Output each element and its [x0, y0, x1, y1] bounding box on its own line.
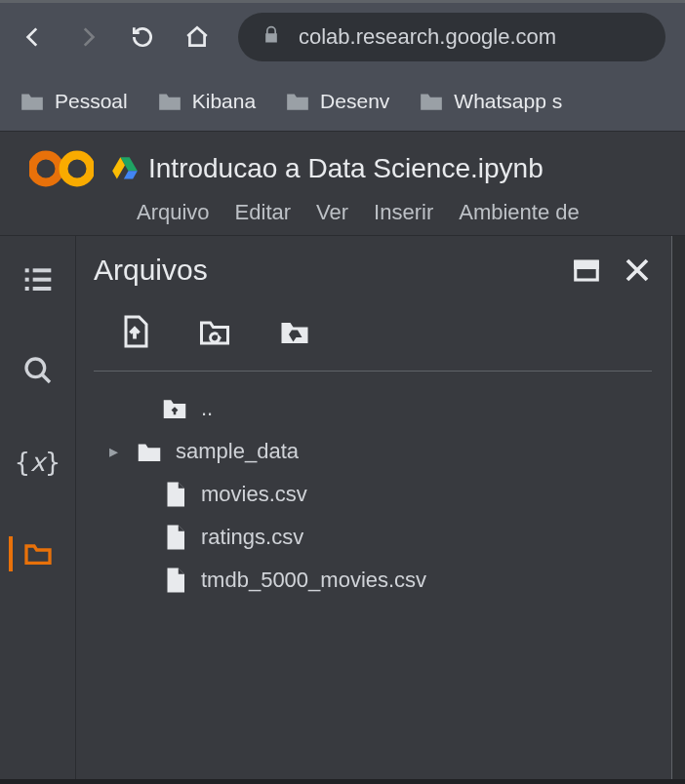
- file-label: sample_data: [176, 439, 299, 464]
- menu-inserir[interactable]: Inserir: [374, 200, 433, 225]
- bookmark-desenv[interactable]: Desenv: [285, 90, 389, 113]
- svg-rect-6: [24, 287, 28, 291]
- file-label: ratings.csv: [201, 525, 303, 550]
- notebook-title[interactable]: Introducao a Data Science.ipynb: [148, 153, 544, 184]
- refresh-folder-button[interactable]: [197, 314, 232, 353]
- editor-edge: [671, 236, 685, 779]
- files-tab[interactable]: [9, 536, 56, 571]
- left-rail: {x}: [0, 236, 76, 779]
- files-toolbar: [94, 314, 652, 372]
- menu-editar[interactable]: Editar: [235, 200, 291, 225]
- menu-ver[interactable]: Ver: [316, 200, 348, 225]
- notebook-title-row: Introducao a Data Science.ipynb: [111, 153, 544, 184]
- svg-rect-4: [24, 278, 28, 282]
- lock-icon: [262, 25, 281, 49]
- svg-rect-2: [24, 268, 28, 272]
- url-text: colab.research.google.com: [299, 24, 556, 50]
- files-panel: Arquivos: [76, 236, 671, 779]
- forward-button[interactable]: [74, 23, 101, 51]
- svg-point-8: [26, 359, 45, 377]
- file-ratings[interactable]: ratings.csv: [100, 516, 652, 559]
- bookmark-kibana[interactable]: Kibana: [157, 90, 256, 113]
- menu-bar: Arquivo Editar Ver Inserir Ambiente de: [137, 200, 665, 225]
- file-tree: .. ▸ sample_data movies.csv ratings.csv …: [94, 387, 652, 602]
- svg-rect-10: [576, 261, 598, 267]
- workspace: {x} Arquivos: [0, 236, 685, 779]
- svg-rect-5: [32, 278, 51, 282]
- svg-point-1: [63, 155, 91, 182]
- panel-title: Arquivos: [94, 254, 208, 287]
- file-movies[interactable]: movies.csv: [100, 473, 652, 516]
- file-tmdb[interactable]: tmdb_5000_movies.csv: [100, 559, 652, 602]
- parent-folder[interactable]: ..: [100, 387, 652, 430]
- bookmark-label: Kibana: [192, 90, 256, 113]
- bookmark-label: Pessoal: [55, 90, 128, 113]
- file-label: movies.csv: [201, 482, 307, 507]
- bookmarks-bar: Pessoal Kibana Desenv Whatsapp s: [0, 71, 685, 132]
- bookmark-label: Whatsapp s: [454, 90, 562, 113]
- svg-rect-7: [32, 287, 51, 291]
- search-tab[interactable]: [20, 353, 56, 388]
- file-label: ..: [201, 396, 213, 421]
- colab-logo[interactable]: [29, 147, 94, 190]
- home-button[interactable]: [183, 23, 211, 51]
- folder-sample-data[interactable]: ▸ sample_data: [100, 430, 652, 473]
- address-bar[interactable]: colab.research.google.com: [238, 13, 665, 61]
- bookmark-whatsapp[interactable]: Whatsapp s: [419, 90, 562, 113]
- colab-header: Introducao a Data Science.ipynb Arquivo …: [0, 132, 685, 236]
- popout-button[interactable]: [572, 255, 601, 285]
- browser-toolbar: colab.research.google.com: [0, 0, 685, 71]
- bookmark-pessoal[interactable]: Pessoal: [20, 90, 128, 113]
- reload-button[interactable]: [129, 23, 156, 51]
- svg-point-0: [32, 155, 60, 182]
- back-button[interactable]: [20, 23, 47, 51]
- bookmark-label: Desenv: [320, 90, 389, 113]
- drive-icon: [111, 155, 139, 182]
- upload-file-button[interactable]: [117, 314, 152, 353]
- menu-arquivo[interactable]: Arquivo: [137, 200, 210, 225]
- close-button[interactable]: [623, 255, 652, 285]
- expand-arrow-icon[interactable]: ▸: [103, 441, 123, 462]
- toc-tab[interactable]: [20, 261, 56, 296]
- mount-drive-button[interactable]: [277, 314, 312, 353]
- svg-rect-3: [32, 268, 51, 272]
- menu-ambiente[interactable]: Ambiente de: [459, 200, 580, 225]
- file-label: tmdb_5000_movies.csv: [201, 568, 426, 593]
- variables-tab[interactable]: {x}: [20, 445, 56, 480]
